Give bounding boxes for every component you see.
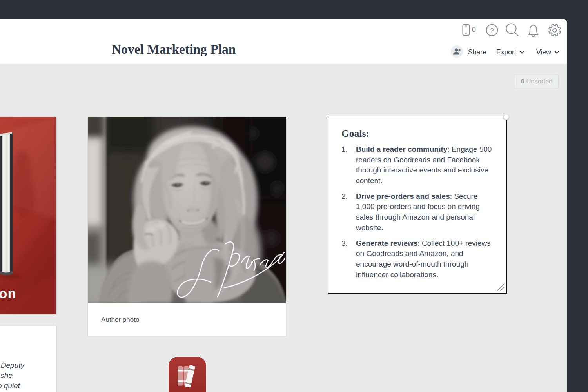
svg-text:on: on bbox=[0, 286, 16, 301]
svg-text:?: ? bbox=[490, 27, 494, 34]
